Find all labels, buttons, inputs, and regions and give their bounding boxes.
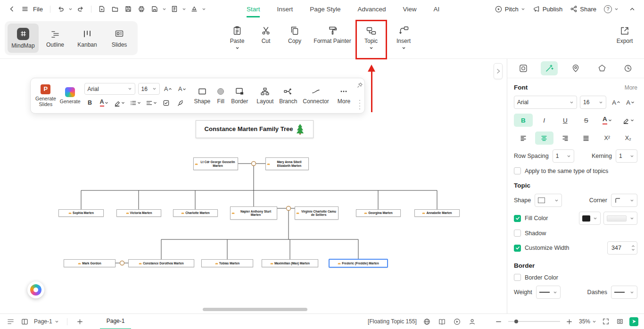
save-icon[interactable] (122, 3, 134, 15)
outline-view-icon[interactable] (6, 317, 15, 326)
fill-color-checkbox[interactable] (514, 215, 521, 222)
open-folder-icon[interactable] (109, 3, 121, 15)
tree-node[interactable]: Constance Dorothea Marten (128, 259, 194, 267)
panel-italic-button[interactable]: I (535, 114, 554, 127)
account-icon[interactable] (468, 317, 477, 326)
align-center-button[interactable] (535, 132, 554, 145)
panel-strikethrough-button[interactable]: S (577, 114, 596, 127)
view-slides[interactable]: Slides (104, 24, 135, 53)
tab-ai-style[interactable] (541, 61, 558, 75)
tree-node[interactable]: Mary Anna Sibell Elizabeth Marten (265, 157, 309, 170)
insert-button[interactable]: Insert (392, 22, 415, 56)
generate-ai-button[interactable]: Generate (60, 87, 81, 104)
font-family-select[interactable]: Arial (84, 83, 135, 95)
file-menu[interactable]: File (33, 6, 43, 13)
branch-button[interactable]: Branch (277, 86, 299, 106)
publish-button[interactable]: Publish (533, 5, 563, 13)
connector-button[interactable]: Connector (300, 86, 331, 106)
add-page-button[interactable] (75, 317, 85, 326)
customize-toolbar-icon[interactable] (188, 3, 200, 15)
share-button[interactable]: Share (570, 5, 596, 13)
border-dashes-select[interactable] (611, 286, 637, 299)
import-caret-icon[interactable] (182, 3, 187, 15)
align-right-button[interactable] (556, 132, 575, 145)
customize-width-checkbox[interactable] (514, 245, 521, 252)
panel-bold-button[interactable]: B (514, 114, 533, 127)
tab-ai[interactable]: AI (434, 1, 440, 17)
zoom-level-select[interactable]: 35% (579, 318, 596, 325)
tree-node[interactable]: Napier Anthony Sturt Marten (230, 206, 277, 220)
undo-icon[interactable] (55, 3, 67, 15)
tree-node[interactable]: Mark Gordon (64, 259, 116, 267)
panel-font-color-button[interactable]: A (598, 114, 617, 127)
page-thumbnails-icon[interactable] (20, 317, 29, 326)
import-icon[interactable] (168, 3, 181, 15)
mindmap-canvas[interactable]: P Generate Slides Generate Arial 16 (0, 59, 507, 313)
play-demo-icon[interactable] (453, 317, 462, 326)
generate-slides-button[interactable]: P Generate Slides (35, 84, 56, 107)
customize-caret-icon[interactable] (201, 3, 207, 15)
font-size-select[interactable]: 16 (138, 83, 160, 95)
horizontal-scrollbar[interactable] (203, 308, 307, 311)
align-justify-button[interactable] (577, 132, 596, 145)
row-spacing-select[interactable]: 1 (553, 149, 574, 163)
cut-button[interactable]: Cut (256, 22, 275, 56)
undo-caret-icon[interactable] (68, 3, 74, 15)
stepper-up-icon[interactable] (631, 245, 635, 247)
width-input[interactable]: 347 (607, 241, 637, 255)
align-button[interactable] (145, 97, 158, 108)
tree-node[interactable]: Georgina Marten (356, 209, 401, 217)
panel-decrease-font-button[interactable]: A (623, 96, 637, 109)
pin-icon[interactable] (356, 82, 363, 89)
collapse-panel-button[interactable] (494, 63, 503, 79)
stepper-down-icon[interactable] (631, 248, 635, 251)
tab-view[interactable]: View (403, 1, 417, 17)
fill-color-select[interactable] (579, 212, 601, 225)
tree-node[interactable]: Maximilian (Max) Marten (262, 259, 318, 267)
subscript-button[interactable]: X₂ (619, 132, 638, 145)
tab-clipart[interactable] (594, 61, 611, 75)
more-button[interactable]: More (335, 86, 353, 106)
corner-select[interactable] (611, 194, 637, 207)
tree-node[interactable]: Lt Cdr George Gosselin Marten (193, 157, 238, 170)
tree-title-node[interactable]: Constance Marten Family Tree (196, 120, 314, 138)
fullscreen-icon[interactable] (601, 317, 611, 326)
panel-increase-font-button[interactable]: A (609, 96, 623, 109)
tree-node-selected[interactable]: Frederic (Freddie) Marten (329, 259, 388, 268)
navigation-mode-icon[interactable] (629, 317, 638, 326)
tab-style[interactable] (515, 61, 532, 75)
list-button[interactable] (129, 97, 142, 108)
hamburger-menu-icon[interactable] (19, 3, 31, 15)
tree-node[interactable]: Sophia Marten (58, 209, 104, 217)
tab-insert[interactable]: Insert (277, 1, 293, 17)
tree-node[interactable]: Virginie Charlotte Camu de Selliers (295, 206, 339, 220)
tab-start[interactable]: Start (247, 1, 260, 17)
paste-button[interactable]: Paste (225, 22, 249, 56)
bold-button[interactable]: B (84, 97, 96, 108)
view-outline[interactable]: Outline (40, 24, 71, 53)
decrease-font-button[interactable]: A (177, 83, 188, 95)
page-selector[interactable]: Page-1 (34, 318, 59, 325)
clear-format-button[interactable] (175, 97, 186, 108)
fit-to-screen-icon[interactable] (615, 317, 625, 326)
export-button[interactable]: Export (612, 22, 637, 56)
copy-button[interactable]: Copy (284, 22, 305, 56)
tab-mark[interactable] (567, 61, 584, 75)
new-document-icon[interactable] (96, 3, 108, 15)
dictionary-icon[interactable] (438, 317, 447, 326)
layout-button[interactable]: Layout (254, 86, 276, 106)
tree-node[interactable]: Charlotte Marten (173, 209, 218, 217)
tree-node[interactable]: Annabelle Marten (414, 209, 460, 217)
tree-node[interactable]: Tobias Marten (201, 259, 253, 267)
format-painter-button[interactable]: Format Painter (311, 22, 354, 56)
tree-node[interactable]: Victoria Marten (116, 209, 161, 217)
redo-icon[interactable] (74, 3, 87, 15)
tab-page-style[interactable]: Page Style (310, 1, 340, 17)
page-tab[interactable]: Page-1 (100, 314, 132, 329)
apply-same-type-checkbox[interactable] (514, 167, 521, 174)
globe-icon[interactable] (422, 317, 432, 326)
zoom-slider-knob[interactable] (514, 320, 518, 323)
back-icon[interactable] (6, 3, 18, 15)
fill-button[interactable]: Fill (214, 86, 228, 106)
panel-font-family-select[interactable]: Arial (514, 96, 577, 109)
